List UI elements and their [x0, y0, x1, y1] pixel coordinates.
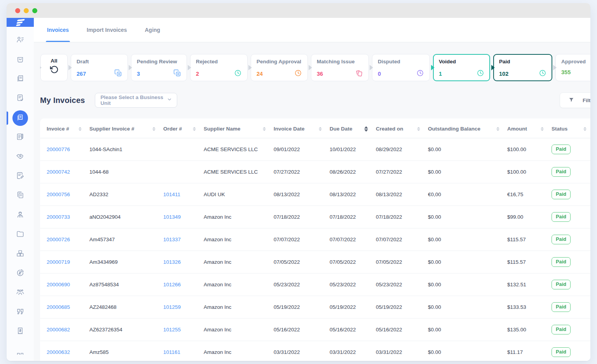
invoice-number-link[interactable]: 20000682 [47, 327, 70, 333]
sidebar-item-notepad[interactable] [7, 128, 34, 147]
status-card-paid[interactable]: Paid 102 [493, 54, 552, 81]
outstanding-balance-cell: $0.00 [428, 319, 507, 341]
sidebar-item-suppliers[interactable] [7, 147, 34, 167]
sidebar-item-users[interactable] [7, 31, 34, 50]
status-card-draft[interactable]: Draft 267 [71, 54, 128, 81]
table-row[interactable]: 20000632 Amz585 101161 Amazon Inc 03/31/… [40, 341, 590, 361]
order-number-link[interactable]: 101349 [163, 214, 181, 220]
invoice-number-link[interactable]: 20000776 [47, 146, 70, 152]
sidebar-item-receipts[interactable] [7, 70, 34, 89]
invoice-number-link[interactable]: 20000719 [47, 259, 70, 265]
column-header-outstanding-balance[interactable]: Outstanding Balance [428, 118, 507, 138]
filter-button[interactable]: Filter [560, 92, 590, 108]
table-row[interactable]: 20000742 1044-68 ACME SERVICES LLC 07/27… [40, 161, 590, 183]
order-number-link[interactable]: 101255 [163, 327, 181, 333]
sidebar-item-document-check[interactable] [7, 89, 34, 108]
sidebar-item-quotes[interactable] [7, 303, 34, 322]
zoom-button[interactable] [32, 8, 37, 13]
card-label: Draft [77, 59, 122, 64]
sidebar-item-shopping[interactable] [7, 50, 34, 70]
table-row[interactable]: 20000682 AZ623726354 101255 Amazon Inc 0… [40, 319, 590, 341]
invoice-date-cell: 03/31/2022 [274, 341, 330, 361]
sidebar-item-document-edit[interactable] [7, 167, 34, 186]
supplier-name-cell: Amazon Inc [204, 341, 274, 361]
invoice-number-link[interactable]: 20000742 [47, 169, 70, 175]
column-header-invoice-no[interactable]: Invoice # [40, 118, 89, 138]
table-row[interactable]: 20000756 AD2332 101411 AUDI UK 08/13/202… [40, 183, 590, 206]
sidebar-item-team[interactable] [7, 283, 34, 303]
order-number-link[interactable]: 101266 [163, 282, 181, 287]
card-count: 102 [499, 71, 508, 77]
card-label: All [51, 58, 57, 64]
supplier-invoice-cell: 1044-SAchin1 [89, 138, 163, 161]
order-number-link[interactable]: 101259 [163, 304, 181, 310]
business-unit-placeholder: Please Select a Business Unit [101, 94, 167, 106]
invoice-number-link[interactable]: 20000756 [47, 192, 70, 197]
order-number-link[interactable]: 101337 [163, 237, 181, 242]
table-row[interactable]: 20000733 aNO2042904 101349 Amazon Inc 07… [40, 206, 590, 228]
column-header-order-no[interactable]: Order # [163, 118, 204, 138]
sidebar-item-billing[interactable] [7, 322, 34, 341]
invoice-number-link[interactable]: 20000726 [47, 237, 70, 242]
tab-aging[interactable]: Aging [144, 18, 162, 42]
sidebar-item-invoices[interactable] [7, 108, 34, 128]
table-row[interactable]: 20000726 Am457347 101337 Amazon Inc 07/0… [40, 228, 590, 251]
sidebar-item-inventory[interactable] [7, 244, 34, 264]
column-header-due-date[interactable]: Due Date [330, 118, 376, 138]
table-row[interactable]: 20000685 AZ2482468 101259 Amazon Inc 05/… [40, 296, 590, 319]
invoice-number-link[interactable]: 20000690 [47, 282, 70, 287]
supplier-invoice-cell: AD2332 [89, 183, 163, 206]
sidebar-item-spend[interactable] [7, 264, 34, 283]
handshake-icon [16, 152, 24, 162]
minimize-button[interactable] [24, 8, 29, 13]
tab-invoices[interactable]: Invoices [46, 18, 70, 42]
supplier-invoice-cell: aNO2042904 [89, 206, 163, 228]
pages-icon [355, 69, 363, 78]
column-header-status[interactable]: Status [552, 118, 590, 138]
card-arrow-icon [491, 65, 495, 70]
status-card-matching-issue[interactable]: Matching Issue 36 [311, 54, 369, 81]
sidebar-item-partial[interactable] [7, 341, 34, 361]
history-clock-icon [294, 69, 302, 78]
chevron-down-icon [167, 97, 172, 104]
app-logo[interactable] [7, 18, 34, 27]
status-card-all[interactable]: All [40, 54, 68, 81]
sidebar-item-worker[interactable] [7, 206, 34, 225]
status-card-rejected[interactable]: Rejected 2 [190, 54, 248, 81]
status-card-pending-review[interactable]: Pending Review 3 [131, 54, 187, 81]
tab-import-invoices[interactable]: Import Invoices [86, 18, 128, 42]
supplier-invoice-cell: Am457347 [89, 228, 163, 251]
due-date-cell: 07/07/2022 [330, 228, 376, 251]
invoice-number-link[interactable]: 20000733 [47, 214, 70, 220]
column-header-supplier-invoice-no[interactable]: Supplier Invoice # [89, 118, 163, 138]
supplier-invoice-cell: Az87548534 [89, 273, 163, 296]
invoice-icon [16, 113, 24, 123]
status-card-voided[interactable]: Voided 1 [433, 54, 490, 81]
order-number-link[interactable]: 101161 [163, 349, 180, 355]
invoice-number-link[interactable]: 20000685 [47, 304, 70, 310]
invoice-number-link[interactable]: 20000632 [47, 349, 70, 355]
order-number-link[interactable]: 101326 [163, 259, 181, 265]
outstanding-balance-cell: $0.00 [428, 341, 507, 361]
amount-cell: $99.00 [507, 206, 552, 228]
status-badge: Paid [552, 212, 571, 222]
column-header-created-on[interactable]: Created on [376, 118, 428, 138]
status-card-disputed[interactable]: Disputed 0 [372, 54, 430, 81]
table-row[interactable]: 20000776 1044-SAchin1 ACME SERVICES LLC … [40, 138, 590, 161]
order-number-link[interactable]: 101411 [163, 192, 180, 197]
table-row[interactable]: 20000719 Am3434969 101326 Amazon Inc 07/… [40, 251, 590, 273]
column-header-amount[interactable]: Amount [507, 118, 552, 138]
due-date-cell: 07/18/2022 [330, 206, 376, 228]
document-edit-icon [16, 171, 24, 181]
table-row[interactable]: 20000690 Az87548534 101266 Amazon Inc 05… [40, 273, 590, 296]
sidebar-item-documents[interactable] [7, 186, 34, 206]
business-unit-select[interactable]: Please Select a Business Unit [95, 93, 177, 108]
column-header-supplier-name[interactable]: Supplier Name [204, 118, 274, 138]
users-icon [16, 35, 24, 45]
logo-icon [15, 18, 25, 27]
status-card-pending-approval[interactable]: Pending Approval 24 [251, 54, 308, 81]
close-button[interactable] [15, 8, 20, 13]
sidebar-item-folder[interactable] [7, 225, 34, 244]
column-header-invoice-date[interactable]: Invoice Date [274, 118, 330, 138]
status-card-approved[interactable]: Approved 355 [555, 54, 590, 81]
